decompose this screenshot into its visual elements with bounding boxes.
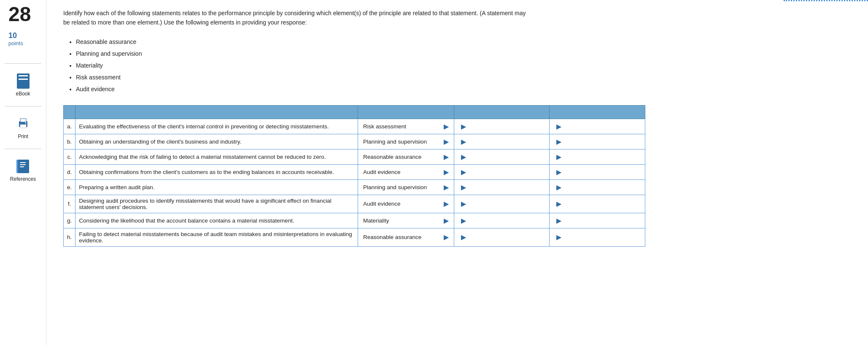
row-answer3-0[interactable]: ▶ <box>550 119 645 134</box>
row-answer3-4[interactable]: ▶ <box>550 179 645 195</box>
row-answer2-1[interactable]: ▶ <box>454 134 550 149</box>
answer2-arrow-5: ▶ <box>461 200 466 208</box>
references-icon-box <box>15 158 31 174</box>
table-row: b.Obtaining an understanding of the clie… <box>64 134 645 149</box>
row-statement-2: Acknowledging that the risk of failing t… <box>75 149 358 164</box>
ebook-icon-box <box>15 73 31 89</box>
answer2-arrow-6: ▶ <box>461 217 466 225</box>
row-answer3-5[interactable]: ▶ <box>550 195 645 213</box>
row-answer2-5[interactable]: ▶ <box>454 195 550 213</box>
question-text: Identify how each of the following state… <box>63 8 527 27</box>
row-answer2-7[interactable]: ▶ <box>454 228 550 246</box>
sidebar: 28 10 points eBook Print <box>0 0 46 345</box>
svg-rect-6 <box>20 162 26 163</box>
row-answer1-0[interactable]: Risk assessment▶ <box>358 119 454 134</box>
row-answer3-7[interactable]: ▶ <box>550 228 645 246</box>
sidebar-divider-2 <box>5 106 41 106</box>
answer3-arrow-4: ▶ <box>556 183 561 191</box>
answer1-arrow-0: ▶ <box>444 122 449 130</box>
answer1-arrow-2: ▶ <box>444 153 449 161</box>
points-label: points <box>8 40 23 46</box>
page-wrapper: 28 10 points eBook Print <box>0 0 868 345</box>
svg-rect-8 <box>20 166 24 167</box>
row-answer3-3[interactable]: ▶ <box>550 164 645 179</box>
row-answer3-6[interactable]: ▶ <box>550 213 645 228</box>
sidebar-item-print[interactable]: Print <box>0 111 46 144</box>
row-statement-5: Designing audit procedures to identify m… <box>75 195 358 213</box>
table-row: h.Failing to detect material misstatemen… <box>64 228 645 246</box>
row-answer2-6[interactable]: ▶ <box>454 213 550 228</box>
row-answer1-5[interactable]: Audit evidence▶ <box>358 195 454 213</box>
svg-rect-2 <box>20 125 26 128</box>
row-answer1-4[interactable]: Planning and supervision▶ <box>358 179 454 195</box>
th-letter <box>64 105 75 119</box>
answer2-arrow-1: ▶ <box>461 138 466 146</box>
answer3-arrow-6: ▶ <box>556 217 561 225</box>
row-statement-3: Obtaining confirmations from the client'… <box>75 164 358 179</box>
answer1-arrow-3: ▶ <box>444 168 449 176</box>
table-row: d.Obtaining confirmations from the clien… <box>64 164 645 179</box>
references-label: References <box>10 176 36 182</box>
table-row: f.Designing audit procedures to identify… <box>64 195 645 213</box>
th-col3 <box>550 105 645 119</box>
answer1-text-2: Reasonable assurance <box>363 154 421 160</box>
table-header-row <box>64 105 645 119</box>
row-answer2-3[interactable]: ▶ <box>454 164 550 179</box>
row-answer2-0[interactable]: ▶ <box>454 119 550 134</box>
bullet-item-0: Reasonable assurance <box>76 36 851 48</box>
sidebar-item-ebook[interactable]: eBook <box>0 68 46 102</box>
answer1-text-4: Planning and supervision <box>363 184 427 190</box>
print-icon <box>16 117 30 130</box>
top-dotted-bar <box>784 0 868 2</box>
row-letter-6: g. <box>64 213 75 228</box>
answer3-arrow-3: ▶ <box>556 168 561 176</box>
sidebar-item-references[interactable]: References <box>0 153 46 187</box>
table-row: a.Evaluating the effectiveness of the cl… <box>64 119 645 134</box>
ebook-label: eBook <box>16 91 30 97</box>
answer1-arrow-5: ▶ <box>444 200 449 208</box>
answer3-arrow-5: ▶ <box>556 200 561 208</box>
answer3-arrow-7: ▶ <box>556 233 561 241</box>
print-icon-box <box>15 116 31 132</box>
answer-table: a.Evaluating the effectiveness of the cl… <box>63 105 645 247</box>
answer1-text-3: Audit evidence <box>363 169 401 175</box>
points-section: 10 points <box>0 31 23 46</box>
row-statement-0: Evaluating the effectiveness of the clie… <box>75 119 358 134</box>
th-col1 <box>358 105 454 119</box>
row-answer1-1[interactable]: Planning and supervision▶ <box>358 134 454 149</box>
sidebar-divider-1 <box>5 63 41 64</box>
answer1-text-0: Risk assessment <box>363 123 406 130</box>
row-answer2-4[interactable]: ▶ <box>454 179 550 195</box>
answer2-arrow-4: ▶ <box>461 183 466 191</box>
row-answer1-3[interactable]: Audit evidence▶ <box>358 164 454 179</box>
answer1-text-6: Materiality <box>363 217 389 224</box>
row-letter-1: b. <box>64 134 75 149</box>
row-answer1-6[interactable]: Materiality▶ <box>358 213 454 228</box>
references-icon <box>16 159 31 174</box>
row-answer3-1[interactable]: ▶ <box>550 134 645 149</box>
row-answer2-2[interactable]: ▶ <box>454 149 550 164</box>
row-statement-7: Failing to detect material misstatements… <box>75 228 358 246</box>
row-answer1-2[interactable]: Reasonable assurance▶ <box>358 149 454 164</box>
row-letter-0: a. <box>64 119 75 134</box>
svg-rect-1 <box>20 119 26 122</box>
row-letter-5: f. <box>64 195 75 213</box>
answer3-arrow-2: ▶ <box>556 153 561 161</box>
row-statement-1: Obtaining an understanding of the client… <box>75 134 358 149</box>
main-content: Identify how each of the following state… <box>46 0 868 345</box>
answer1-text-7: Reasonable assurance <box>363 234 421 240</box>
answer1-arrow-1: ▶ <box>444 138 449 146</box>
bullet-item-3: Risk assessment <box>76 71 851 83</box>
print-label: Print <box>18 133 28 139</box>
table-row: e.Preparing a written audit plan.Plannin… <box>64 179 645 195</box>
answer1-text-1: Planning and supervision <box>363 139 427 145</box>
th-col2 <box>454 105 550 119</box>
question-number: 28 <box>0 4 31 24</box>
row-answer1-7[interactable]: Reasonable assurance▶ <box>358 228 454 246</box>
row-letter-3: d. <box>64 164 75 179</box>
answer3-arrow-1: ▶ <box>556 138 561 146</box>
answer1-text-5: Audit evidence <box>363 201 401 207</box>
svg-rect-7 <box>20 164 26 165</box>
svg-point-3 <box>25 122 26 124</box>
row-answer3-2[interactable]: ▶ <box>550 149 645 164</box>
